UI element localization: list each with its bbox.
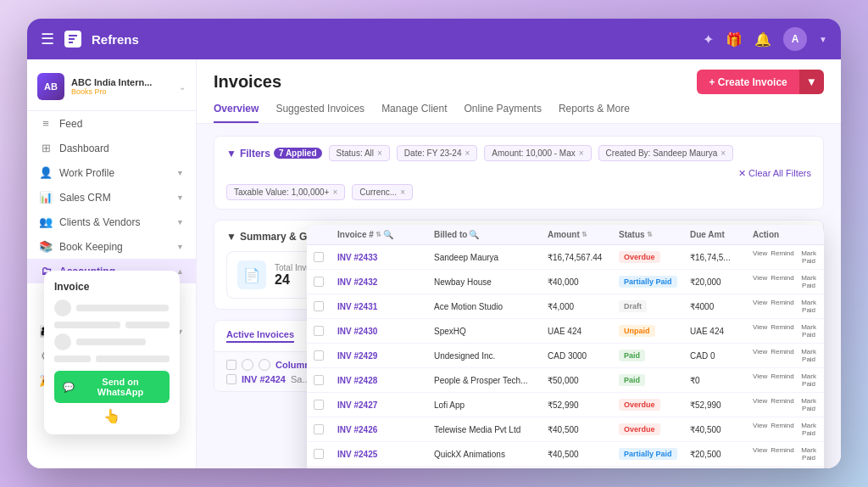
view-btn-7[interactable]: View	[753, 422, 767, 437]
row-inv-num-8[interactable]: INV #2425	[337, 450, 431, 459]
sidebar-item-book-keeping[interactable]: 📚 Book Keeping ▼	[27, 234, 196, 259]
mark-paid-btn-3[interactable]: Mark Paid	[798, 323, 821, 339]
popup-dot-1	[54, 299, 71, 316]
filter-tag-currency-remove-icon[interactable]: ×	[400, 188, 405, 197]
sidebar-item-clients-vendors[interactable]: 👥 Clients & Vendors ▼	[27, 210, 196, 234]
sidebar-item-work-profile[interactable]: 👤 Work Profile ▼	[27, 160, 196, 185]
row-checkbox-5[interactable]	[314, 375, 334, 385]
row-checkbox-2[interactable]	[314, 301, 334, 311]
view-btn-5[interactable]: View	[753, 372, 767, 388]
more-btn-1[interactable]: ···	[823, 274, 824, 289]
remind-btn-7[interactable]: Remind	[771, 422, 794, 437]
more-btn-8[interactable]: ···	[823, 446, 824, 462]
row-checkbox-0[interactable]	[314, 252, 334, 262]
remind-btn-6[interactable]: Remind	[771, 397, 794, 412]
mark-paid-btn-8[interactable]: Mark Paid	[798, 446, 821, 462]
filter-tag-currency[interactable]: Currenc... ×	[352, 184, 413, 200]
view-btn-1[interactable]: View	[753, 274, 767, 289]
header-invoice-num[interactable]: Invoice # ⇅ 🔍	[337, 230, 431, 239]
table-tab-active-invoices[interactable]: Active Invoices	[226, 329, 294, 343]
mark-paid-btn-4[interactable]: Mark Paid	[798, 348, 821, 363]
sidebar-item-dashboard[interactable]: ⊞ Dashboard	[27, 136, 196, 160]
view-btn-3[interactable]: View	[753, 323, 767, 339]
mark-paid-btn-2[interactable]: Mark Paid	[798, 299, 821, 314]
more-btn-2[interactable]: ···	[823, 299, 824, 314]
more-btn-4[interactable]: ···	[823, 348, 824, 363]
create-invoice-button[interactable]: + Create Invoice	[697, 70, 798, 94]
tab-manage-client[interactable]: Manage Client	[381, 103, 447, 123]
row-inv-num-3[interactable]: INV #2430	[337, 327, 431, 336]
row-inv-num-1[interactable]: INV #2432	[337, 277, 431, 287]
filter-tag-amount-remove-icon[interactable]: ×	[579, 148, 584, 158]
create-invoice-dropdown-button[interactable]: ▼	[799, 70, 824, 94]
row-checkbox-3[interactable]	[314, 326, 334, 336]
header-due-amt[interactable]: Due Amt	[690, 230, 749, 239]
filter-tag-date-remove-icon[interactable]: ×	[465, 148, 470, 158]
row-checkbox-1[interactable]	[314, 277, 334, 287]
spark-icon[interactable]: ✦	[703, 31, 714, 48]
more-btn-0[interactable]: ···	[823, 249, 824, 265]
tab-reports[interactable]: Reports & More	[559, 103, 630, 123]
mark-paid-btn-5[interactable]: Mark Paid	[798, 372, 821, 388]
tab-online-payments[interactable]: Online Payments	[465, 103, 542, 123]
row-checkbox-6[interactable]	[314, 400, 334, 410]
row-inv-num-4[interactable]: INV #2429	[337, 351, 431, 361]
header-billed-to[interactable]: Billed to 🔍	[434, 230, 544, 239]
row-amount-5: ₹50,000	[548, 376, 615, 385]
view-btn-2[interactable]: View	[753, 299, 767, 314]
mark-paid-btn-7[interactable]: Mark Paid	[798, 422, 821, 437]
row-inv-num-6[interactable]: INV #2427	[337, 400, 431, 410]
remind-btn-3[interactable]: Remind	[771, 323, 794, 339]
remind-btn-2[interactable]: Remind	[771, 299, 794, 314]
tab-overview[interactable]: Overview	[214, 103, 259, 123]
filter-tag-created-by-remove-icon[interactable]: ×	[721, 148, 726, 158]
clear-all-filters-button[interactable]: ✕ Clear All Filters	[738, 168, 811, 179]
mark-paid-btn-1[interactable]: Mark Paid	[798, 274, 821, 289]
filter-tag-status-remove-icon[interactable]: ×	[377, 148, 382, 158]
more-btn-7[interactable]: ···	[823, 422, 824, 437]
row-inv-num-0[interactable]: INV #2433	[337, 253, 431, 262]
inv-2424-link[interactable]: INV #2424	[242, 374, 286, 384]
view-btn-8[interactable]: View	[753, 446, 767, 462]
work-profile-chevron-icon: ▼	[176, 169, 184, 177]
row-inv-num-2[interactable]: INV #2431	[337, 302, 431, 311]
sidebar-item-sales-crm[interactable]: 📊 Sales CRM ▼	[27, 185, 196, 210]
sidebar-item-feed[interactable]: ≡ Feed	[27, 111, 196, 136]
send-on-whatsapp-button[interactable]: 💬 Send on WhatsApp	[54, 371, 170, 403]
more-btn-3[interactable]: ···	[823, 323, 824, 339]
row-checkbox-4[interactable]	[314, 350, 334, 361]
filter-tag-amount[interactable]: Amount: 10,000 - Max ×	[484, 145, 591, 161]
row-inv-num-7[interactable]: INV #2426	[337, 425, 431, 434]
filters-label[interactable]: ▼ Filters 7 Applied	[226, 148, 322, 160]
bell-icon[interactable]: 🔔	[754, 31, 771, 48]
gift-icon[interactable]: 🎁	[726, 31, 743, 48]
more-btn-6[interactable]: ···	[823, 397, 824, 412]
filter-tag-taxable[interactable]: Taxable Value: 1,00,000+ ×	[226, 184, 345, 200]
tab-suggested-invoices[interactable]: Suggested Invoices	[275, 103, 364, 123]
remind-btn-4[interactable]: Remind	[771, 348, 794, 363]
view-btn-0[interactable]: View	[753, 249, 767, 265]
row-inv-num-5[interactable]: INV #2428	[337, 376, 431, 385]
header-amount[interactable]: Amount ⇅	[548, 230, 615, 239]
more-btn-5[interactable]: ···	[823, 372, 824, 388]
view-btn-4[interactable]: View	[753, 348, 767, 363]
hamburger-icon[interactable]: ☰	[41, 30, 54, 48]
company-section[interactable]: AB ABC India Intern... Books Pro ⌄	[27, 66, 196, 111]
remind-btn-8[interactable]: Remind	[771, 446, 794, 462]
avatar[interactable]: A	[783, 27, 807, 51]
filter-tag-date[interactable]: Date: FY 23-24 ×	[397, 145, 477, 161]
mark-paid-btn-0[interactable]: Mark Paid	[798, 249, 821, 265]
filter-tag-taxable-remove-icon[interactable]: ×	[332, 188, 337, 197]
mark-paid-btn-6[interactable]: Mark Paid	[798, 397, 821, 412]
row-checkbox-7[interactable]	[314, 424, 334, 434]
filter-tag-status[interactable]: Status: All ×	[329, 145, 390, 161]
billed-to-search-icon[interactable]: 🔍	[469, 230, 479, 239]
remind-btn-5[interactable]: Remind	[771, 372, 794, 388]
row-checkbox-8[interactable]	[314, 449, 334, 459]
remind-btn-1[interactable]: Remind	[771, 274, 794, 289]
remind-btn-0[interactable]: Remind	[771, 249, 794, 265]
header-status[interactable]: Status ⇅	[619, 230, 687, 239]
view-btn-6[interactable]: View	[753, 397, 767, 412]
filter-tag-created-by[interactable]: Created By: Sandeep Maurya ×	[598, 145, 734, 161]
invoice-num-search-icon[interactable]: 🔍	[383, 230, 393, 239]
